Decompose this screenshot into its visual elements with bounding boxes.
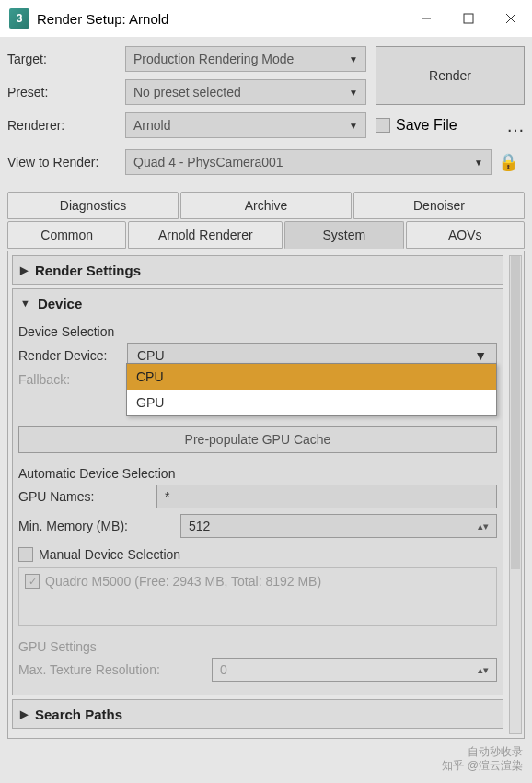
manual-device-selection-label: Manual Device Selection <box>39 547 180 562</box>
chevron-down-icon: ▼ <box>474 158 483 168</box>
manual-device-list: ✓ Quadro M5000 (Free: 2943 MB, Total: 81… <box>18 567 497 626</box>
chevron-right-icon: ▶ <box>20 264 28 276</box>
minimize-icon <box>421 13 432 24</box>
save-file-browse-button[interactable]: … <box>506 115 525 136</box>
max-texture-value: 0 <box>220 662 227 677</box>
prepopulate-gpu-cache-button[interactable]: Pre-populate GPU Cache <box>18 426 497 453</box>
render-device-dropdown: CPU GPU <box>126 363 497 416</box>
view-select[interactable]: Quad 4 - PhysCamera001 ▼ <box>125 149 492 175</box>
max-texture-label: Max. Texture Resolution: <box>18 662 212 677</box>
fallback-label: Fallback: <box>18 372 127 387</box>
min-memory-label: Min. Memory (MB): <box>18 519 180 533</box>
chevron-down-icon: ▼ <box>349 88 358 98</box>
window-title: Render Setup: Arnold <box>37 11 405 27</box>
section-search-paths: ▶ Search Paths <box>12 699 503 729</box>
automatic-device-selection-label: Automatic Device Selection <box>18 466 497 481</box>
preset-label: Preset: <box>7 85 125 99</box>
target-select[interactable]: Production Rendering Mode ▼ <box>125 46 366 72</box>
device-selection-label: Device Selection <box>18 324 497 339</box>
renderer-select[interactable]: Arnold ▼ <box>125 112 366 138</box>
spinner-icon[interactable]: ▴▾ <box>478 520 489 532</box>
max-texture-input: 0 ▴▾ <box>212 658 497 682</box>
tab-common[interactable]: Common <box>7 221 126 249</box>
chevron-down-icon: ▼ <box>349 121 358 131</box>
tab-denoiser[interactable]: Denoiser <box>353 192 525 219</box>
render-device-value: CPU <box>137 348 165 363</box>
maximize-button[interactable] <box>447 0 490 37</box>
render-device-label: Render Device: <box>18 348 127 363</box>
scrollbar-thumb[interactable] <box>511 256 520 569</box>
render-button[interactable]: Render <box>376 46 525 105</box>
chevron-right-icon: ▶ <box>20 708 28 720</box>
scrollbar[interactable] <box>509 255 522 734</box>
section-header-render-settings[interactable]: ▶ Render Settings <box>13 256 503 284</box>
minimize-button[interactable] <box>405 0 447 37</box>
section-header-search-paths[interactable]: ▶ Search Paths <box>13 700 503 728</box>
chevron-down-icon: ▼ <box>349 54 358 64</box>
lock-icon[interactable]: 🔒 <box>498 152 518 172</box>
app-icon: 3 <box>9 8 29 29</box>
panel-scroll: ▶ Render Settings ▼ Device Device Select… <box>7 251 525 739</box>
close-icon <box>505 13 516 24</box>
tab-diagnostics[interactable]: Diagnostics <box>7 192 179 219</box>
preset-value: No preset selected <box>133 85 241 99</box>
tabs: Diagnostics Archive Denoiser Common Arno… <box>7 192 525 249</box>
section-title: Device <box>38 296 82 311</box>
view-label: View to Render: <box>7 155 125 169</box>
tab-archive[interactable]: Archive <box>180 192 352 219</box>
tab-arnold-renderer[interactable]: Arnold Renderer <box>128 221 283 249</box>
section-title: Search Paths <box>35 707 122 722</box>
svg-rect-1 <box>464 14 473 23</box>
section-header-device[interactable]: ▼ Device <box>13 289 503 317</box>
gpu-names-label: GPU Names: <box>18 489 156 504</box>
view-value: Quad 4 - PhysCamera001 <box>133 155 283 169</box>
preset-select[interactable]: No preset selected ▼ <box>125 79 366 105</box>
save-file-checkbox[interactable] <box>376 118 390 133</box>
chevron-down-icon: ▼ <box>20 298 30 309</box>
dropdown-option-gpu[interactable]: GPU <box>127 390 496 415</box>
renderer-value: Arnold <box>133 118 170 133</box>
device-item-label: Quadro M5000 (Free: 2943 MB, Total: 8192… <box>45 574 321 589</box>
min-memory-value: 512 <box>189 519 210 533</box>
section-title: Render Settings <box>35 263 141 278</box>
target-label: Target: <box>7 52 125 66</box>
close-button[interactable] <box>490 0 532 37</box>
min-memory-input[interactable]: 512 ▴▾ <box>180 514 497 538</box>
save-file-label: Save File <box>396 117 457 134</box>
device-item-checkbox: ✓ <box>25 574 40 589</box>
manual-device-item: ✓ Quadro M5000 (Free: 2943 MB, Total: 81… <box>25 574 491 589</box>
gpu-names-input[interactable]: * <box>156 485 497 508</box>
section-device: ▼ Device Device Selection Render Device:… <box>12 288 503 695</box>
section-render-settings: ▶ Render Settings <box>12 255 503 285</box>
maximize-icon <box>463 13 474 24</box>
tab-aovs[interactable]: AOVs <box>406 221 525 249</box>
gpu-settings-label: GPU Settings <box>18 639 497 654</box>
dropdown-option-cpu[interactable]: CPU <box>127 364 496 390</box>
manual-device-selection-checkbox[interactable] <box>18 547 33 562</box>
tab-system[interactable]: System <box>284 221 403 249</box>
content-area: Target: Production Rendering Mode ▼ Pres… <box>0 37 532 783</box>
renderer-label: Renderer: <box>7 118 125 133</box>
chevron-down-icon: ▼ <box>474 348 487 363</box>
spinner-icon: ▴▾ <box>478 664 489 676</box>
titlebar: 3 Render Setup: Arnold <box>0 0 532 37</box>
target-value: Production Rendering Mode <box>133 52 294 66</box>
gpu-names-value: * <box>165 489 169 504</box>
